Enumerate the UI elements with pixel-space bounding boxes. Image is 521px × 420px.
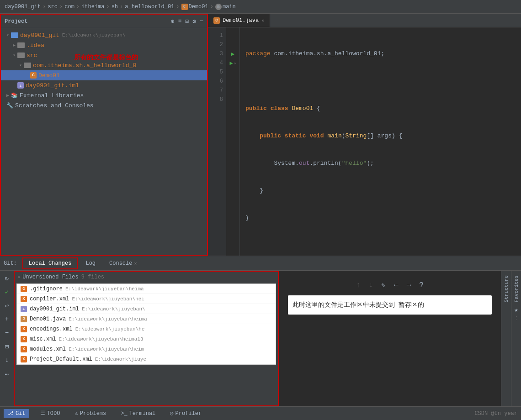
git-forward-icon[interactable]: →	[404, 280, 414, 290]
more-btn[interactable]: ⋯	[1, 368, 12, 379]
list-item-encodings[interactable]: X encodings.xml E:\ideawork\jiuyeban\he	[17, 324, 276, 334]
breadcrumb-part-4[interactable]: itheima	[81, 4, 104, 10]
left-controls: ↻ ✓ ↩ + − ⊟ ↓ ⋯	[0, 271, 14, 406]
folder-icon-idea	[17, 42, 25, 48]
method-icon: m	[215, 4, 222, 10]
tree-label-pkg: com.itheima.sh.a_helloworld_0	[33, 62, 136, 69]
line-numbers: 12345678	[208, 27, 226, 256]
run-gutter-4[interactable]: ▶⬦	[229, 58, 236, 68]
git-annotation-text: 此时这里的文件是工作区中未提交到 暂存区的	[288, 295, 492, 315]
code-line-8	[245, 241, 516, 250]
changes-list: ▾ Unversioned Files 9 files G .gitignore…	[14, 271, 279, 406]
breadcrumb-part-8[interactable]: main	[223, 4, 236, 10]
list-item-misc[interactable]: X misc.xml E:\ideawork\jiuyeban\heima13	[17, 334, 276, 344]
gutter: ▶ ▶⬦	[226, 27, 240, 256]
terminal-icon: >_	[121, 410, 127, 417]
file-path-gitignore: E:\ideawork\jiuyeban\heima	[65, 286, 144, 292]
unversioned-header[interactable]: ▾ Unversioned Files 9 files	[15, 272, 278, 283]
unversioned-arrow: ▾	[17, 274, 21, 281]
git-back-icon[interactable]: ←	[391, 280, 401, 290]
tree-item-idea[interactable]: ▶ .idea	[1, 40, 207, 50]
file-path-misc: E:\ideawork\jiuyeban\heima13	[59, 336, 144, 342]
unstage-btn[interactable]: −	[1, 327, 12, 338]
refresh-btn[interactable]: ↻	[1, 273, 12, 284]
breadcrumb: day0901_git › src › com › itheima › sh ›…	[0, 0, 521, 14]
tree-item-iml[interactable]: i day0901_git.iml	[1, 80, 207, 90]
list-item-project-default[interactable]: X Project_Default.xml E:\ideawork\jiuye	[17, 354, 276, 364]
list-item-modules[interactable]: X modules.xml E:\ideawork\jiuyeban\heim	[17, 344, 276, 354]
folder-icon-src	[17, 52, 25, 58]
status-tab-terminal[interactable]: >_ Terminal	[117, 410, 159, 418]
file-list: G .gitignore E:\ideawork\jiuyeban\heima …	[16, 284, 276, 365]
add-icon[interactable]: ⊕	[171, 18, 175, 25]
editor-tabs: C Demo01.java ✕	[208, 14, 521, 27]
tree-item-demo01[interactable]: C Demo01	[1, 70, 207, 80]
git-upload-icon[interactable]: ↑	[353, 280, 363, 290]
file-name-iml: day0901_git.iml	[30, 306, 79, 312]
breadcrumb-part-2[interactable]: src	[48, 4, 58, 10]
tree-label-demo01: Demo01	[38, 72, 60, 79]
tab-class-icon: C	[213, 17, 220, 24]
class-icon: C	[181, 4, 188, 10]
git-download-icon[interactable]: ↓	[366, 280, 376, 290]
tree-label-idea: .idea	[27, 42, 44, 49]
download-btn[interactable]: ↓	[1, 355, 12, 366]
favorites-star-icon[interactable]: ★	[514, 306, 518, 314]
minimize-icon[interactable]: −	[200, 18, 203, 25]
code-line-3: public class Demo01 {	[245, 104, 516, 113]
tab-console[interactable]: Console ✕	[103, 257, 143, 269]
git-edit-icon[interactable]: ✎	[378, 280, 388, 291]
tree-item-libraries[interactable]: ▶ 📚 External Libraries	[1, 90, 207, 100]
todo-icon: ☰	[40, 410, 45, 417]
diff-btn[interactable]: ⊟	[1, 341, 12, 352]
tab-local-changes[interactable]: Local Changes	[22, 257, 78, 269]
git-status-icon: ⎇	[7, 410, 14, 417]
settings-icon[interactable]: ⚙	[192, 18, 196, 25]
tree-item-root[interactable]: ▾ day0901_git E:\ideawork\jiuyeban\	[1, 30, 207, 40]
tree-path-root: E:\ideawork\jiuyeban\	[62, 32, 126, 38]
tree-item-scratches[interactable]: 🔧 Scratches and Consoles	[1, 100, 207, 110]
xml-file-icon-compiler: X	[21, 296, 27, 302]
favorites-strip-label[interactable]: Favorites	[514, 275, 519, 302]
unversioned-count: 9 files	[81, 274, 104, 280]
folder-icon-root	[11, 32, 18, 38]
file-name-encodings: encodings.xml	[30, 326, 73, 332]
layout-icon[interactable]: ⊟	[186, 18, 189, 25]
file-path-demo01java: E:\ideawork\jiuyeban\heima	[69, 316, 147, 322]
tab-close-icon[interactable]: ✕	[261, 18, 264, 23]
status-tab-todo[interactable]: ☰ TODO	[37, 409, 64, 418]
collapse-icon[interactable]: ≡	[178, 18, 182, 25]
favorites-strip: Favorites ★ ⋮	[511, 271, 521, 406]
stage-btn[interactable]: +	[1, 314, 12, 325]
list-item-demo01java[interactable]: J Demo01.java E:\ideawork\jiuyeban\heima	[17, 314, 276, 324]
status-tab-problems[interactable]: ⚠ Problems	[71, 409, 110, 418]
status-tab-profiler[interactable]: ◎ Profiler	[166, 409, 205, 418]
breadcrumb-part-1[interactable]: day0901_git	[5, 4, 41, 10]
project-toolbar: Project ⊕ ≡ ⊟ ⚙ −	[1, 15, 207, 28]
code-editor: C Demo01.java ✕ 12345678 ▶ ▶⬦ package co…	[208, 14, 521, 256]
project-title: Project	[5, 18, 167, 25]
check-btn[interactable]: ✓	[1, 286, 12, 297]
breadcrumb-part-6[interactable]: a_helloworld_01	[125, 4, 174, 10]
profiler-icon: ◎	[170, 410, 173, 417]
git-help-icon[interactable]: ?	[416, 280, 426, 290]
list-item-iml[interactable]: i day0901_git.iml E:\ideawork\jiuyeban\	[17, 304, 276, 314]
breadcrumb-part-7[interactable]: Demo01	[189, 4, 208, 10]
tab-demo01[interactable]: C Demo01.java ✕	[208, 14, 270, 27]
breadcrumb-part-5[interactable]: sh	[112, 4, 118, 10]
tree-item-src[interactable]: ▾ src	[1, 50, 207, 60]
breadcrumb-part-3[interactable]: com	[64, 4, 74, 10]
list-item-gitignore[interactable]: G .gitignore E:\ideawork\jiuyeban\heima	[17, 284, 276, 294]
tab-log[interactable]: Log	[80, 257, 101, 269]
git-actions-row: ↑ ↓ ✎ ← → ?	[288, 280, 492, 291]
run-gutter-3[interactable]: ▶	[231, 49, 234, 58]
list-item-compiler[interactable]: X compiler.xml E:\ideawork\jiuyeban\hei	[17, 294, 276, 304]
structure-strip-label[interactable]: Structure	[504, 275, 509, 302]
tree-item-package[interactable]: ▾ com.itheima.sh.a_helloworld_0	[1, 60, 207, 70]
status-tab-git[interactable]: ⎇ Git	[4, 409, 29, 418]
rollback-btn[interactable]: ↩	[1, 300, 12, 311]
expand-arrow: ▾	[5, 32, 11, 38]
favorites-more-icon[interactable]: ⋮	[514, 315, 519, 321]
console-close-icon[interactable]: ✕	[134, 261, 137, 266]
unversioned-title: Unversioned Files	[22, 274, 78, 280]
